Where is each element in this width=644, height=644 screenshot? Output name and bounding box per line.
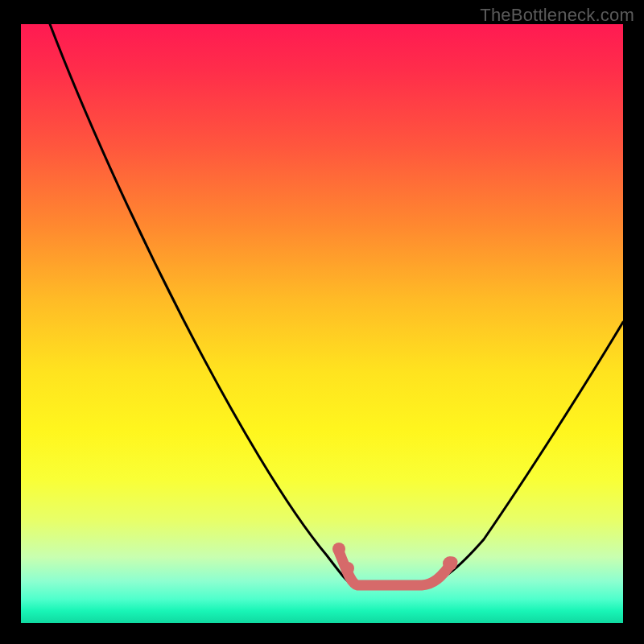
plot-area [21,24,623,623]
marker-dot-3 [443,556,457,571]
marker-dot-1 [332,543,345,555]
marker-dot-2 [341,562,354,575]
curve-layer [21,24,623,623]
bottleneck-curve [50,24,623,584]
marker-segment [339,551,452,585]
chart-frame: TheBottleneck.com [0,0,644,644]
watermark-text: TheBottleneck.com [480,5,634,26]
